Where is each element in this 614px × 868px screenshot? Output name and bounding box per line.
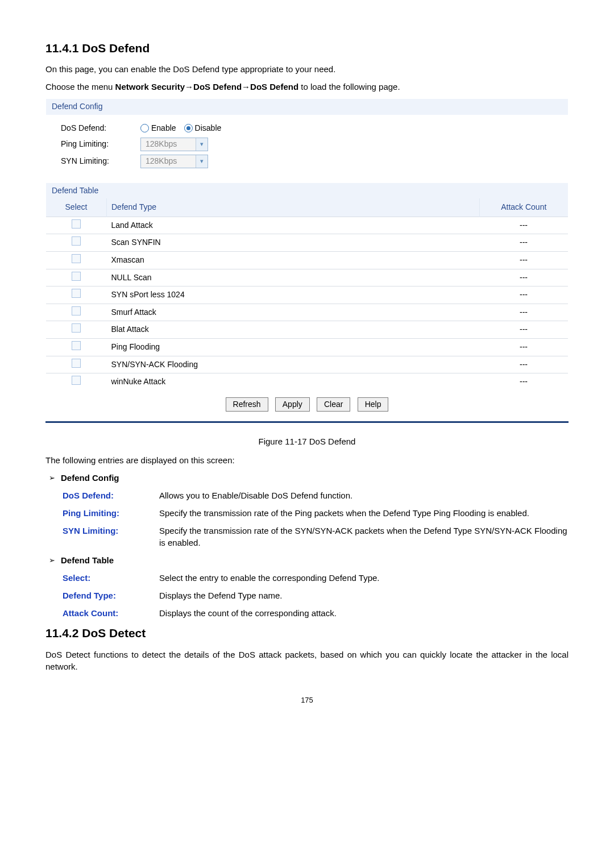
row-checkbox[interactable] — [72, 341, 81, 350]
defend-config-title: Defend Config — [46, 99, 568, 115]
table-row: Scan SYNFIN--- — [46, 234, 568, 252]
select-cell — [46, 217, 107, 234]
select-cell — [46, 234, 107, 252]
clear-button[interactable]: Clear — [317, 397, 350, 412]
col-defend-type: Defend Type — [107, 198, 480, 217]
definition-desc: Specify the transmission rate of the SYN… — [159, 525, 569, 549]
definition-row: Defend Type:Displays the Defend Type nam… — [63, 589, 569, 601]
row-checkbox[interactable] — [72, 376, 81, 385]
attack-count-cell: --- — [479, 269, 568, 286]
panel-divider — [45, 421, 569, 423]
definition-row: Ping Limiting:Specify the transmission r… — [63, 507, 569, 519]
row-checkbox[interactable] — [72, 323, 81, 333]
ping-limiting-value: 128Kbps — [141, 138, 196, 151]
ping-limiting-row: Ping Limiting: 128Kbps ▾ — [61, 138, 553, 151]
sublist-defend-table: Defend Table — [61, 554, 114, 566]
definition-row: Attack Count:Displays the count of the c… — [63, 607, 569, 619]
syn-limiting-label: SYN Limiting: — [61, 156, 140, 167]
button-row: Refresh Apply Clear Help — [46, 391, 568, 419]
row-checkbox[interactable] — [72, 289, 81, 298]
defend-type-cell: Ping Flooding — [107, 338, 480, 356]
radio-icon — [140, 124, 149, 132]
syn-limiting-row: SYN Limiting: 128Kbps ▾ — [61, 155, 553, 168]
defend-type-cell: Xmascan — [107, 251, 480, 269]
syn-limiting-value: 128Kbps — [141, 155, 196, 168]
attack-count-cell: --- — [479, 286, 568, 304]
figure-caption: Figure 11-17 DoS Defend — [45, 435, 569, 447]
col-select: Select — [46, 198, 107, 217]
definition-term: SYN Limiting: — [63, 525, 159, 549]
table-row: Ping Flooding--- — [46, 338, 568, 356]
radio-disable-label: Disable — [195, 123, 222, 134]
radio-disable[interactable]: Disable — [184, 123, 222, 134]
select-cell — [46, 304, 107, 321]
table-row: NULL Scan--- — [46, 269, 568, 286]
defend-type-cell: winNuke Attack — [107, 373, 480, 391]
attack-count-cell: --- — [479, 234, 568, 252]
definition-desc: Specify the transmission rate of the Pin… — [159, 507, 569, 519]
definition-desc: Displays the Defend Type name. — [159, 589, 569, 601]
dos-defend-label: DoS Defend: — [61, 123, 140, 134]
page-number: 175 — [45, 695, 569, 705]
attack-count-cell: --- — [479, 217, 568, 234]
defend-table-title: Defend Table — [46, 183, 568, 199]
attack-count-cell: --- — [479, 304, 568, 321]
table-row: Xmascan--- — [46, 251, 568, 269]
select-cell — [46, 373, 107, 391]
definition-desc: Allows you to Enable/Disable DoS Defend … — [159, 489, 569, 501]
chevron-down-icon: ▾ — [196, 155, 208, 168]
row-checkbox[interactable] — [72, 219, 81, 229]
radio-icon — [184, 124, 193, 132]
screen-intro: The following entries are displayed on t… — [45, 454, 569, 466]
defend-type-cell: NULL Scan — [107, 269, 480, 286]
defend-type-cell: SYN sPort less 1024 — [107, 286, 480, 304]
row-checkbox[interactable] — [72, 272, 81, 281]
defend-type-cell: Smurf Attack — [107, 304, 480, 321]
definition-row: SYN Limiting:Specify the transmission ra… — [63, 525, 569, 549]
intro-text: On this page, you can enable the DoS Def… — [45, 63, 569, 75]
attack-count-cell: --- — [479, 321, 568, 339]
attack-count-cell: --- — [479, 251, 568, 269]
section-heading-dos-detect: 11.4.2 DoS Detect — [45, 625, 569, 641]
definition-desc: Select the entry to enable the correspon… — [159, 572, 569, 584]
row-checkbox[interactable] — [72, 306, 81, 315]
definition-desc: Displays the count of the corresponding … — [159, 607, 569, 619]
table-row: SYN sPort less 1024--- — [46, 286, 568, 304]
defend-config-panel: Defend Config DoS Defend: Enable Disable… — [45, 98, 569, 180]
select-cell — [46, 286, 107, 304]
select-cell — [46, 251, 107, 269]
row-checkbox[interactable] — [72, 359, 81, 368]
definition-term: Select: — [63, 572, 159, 584]
definition-term: Attack Count: — [63, 607, 159, 619]
definition-term: DoS Defend: — [63, 489, 159, 501]
syn-limiting-dropdown[interactable]: 128Kbps ▾ — [140, 155, 208, 168]
help-button[interactable]: Help — [358, 397, 389, 412]
select-cell — [46, 269, 107, 286]
defend-type-cell: Scan SYNFIN — [107, 234, 480, 252]
dos-detect-body: DoS Detect functions to detect the detai… — [45, 649, 569, 672]
refresh-button[interactable]: Refresh — [226, 397, 268, 412]
table-row: winNuke Attack--- — [46, 373, 568, 391]
menu-suffix: to load the following page. — [298, 82, 400, 92]
definition-term: Defend Type: — [63, 589, 159, 601]
defend-type-cell: Land Attack — [107, 217, 480, 234]
menu-path-text: Choose the menu Network Security→DoS Def… — [45, 81, 569, 93]
table-row: SYN/SYN-ACK Flooding--- — [46, 356, 568, 373]
row-checkbox[interactable] — [72, 254, 81, 263]
menu-path-bold: Network Security→DoS Defend→DoS Defend — [115, 82, 299, 92]
menu-prefix: Choose the menu — [45, 82, 115, 92]
ping-limiting-label: Ping Limiting: — [61, 139, 140, 150]
definition-row: Select:Select the entry to enable the co… — [63, 572, 569, 584]
attack-count-cell: --- — [479, 373, 568, 391]
ping-limiting-dropdown[interactable]: 128Kbps ▾ — [140, 138, 208, 151]
defend-type-cell: Blat Attack — [107, 321, 480, 339]
select-cell — [46, 321, 107, 339]
bullet-icon: ➢ — [49, 473, 55, 483]
sublist-defend-config: Defend Config — [61, 472, 119, 484]
defend-type-cell: SYN/SYN-ACK Flooding — [107, 356, 480, 373]
row-checkbox[interactable] — [72, 236, 81, 246]
apply-button[interactable]: Apply — [275, 397, 310, 412]
table-row: Blat Attack--- — [46, 321, 568, 339]
radio-enable[interactable]: Enable — [140, 123, 176, 134]
attack-count-cell: --- — [479, 356, 568, 373]
